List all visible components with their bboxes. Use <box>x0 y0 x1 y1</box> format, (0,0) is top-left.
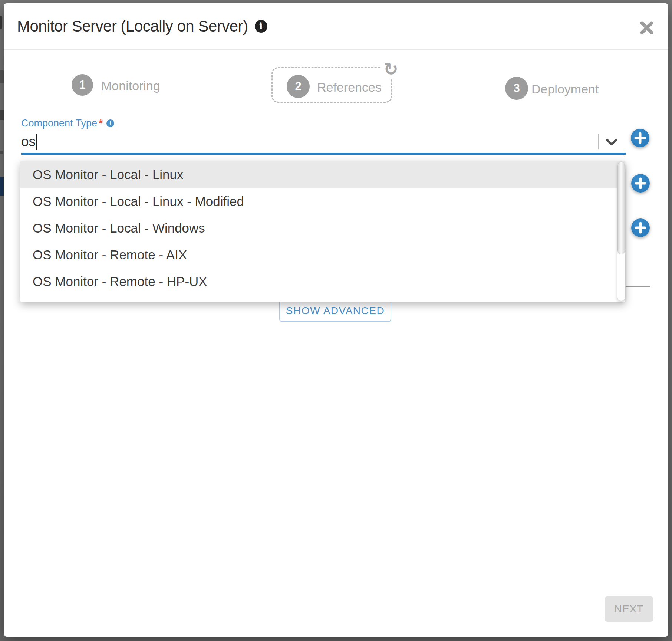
dropdown-toggle[interactable] <box>606 139 617 146</box>
text-caret <box>36 134 37 150</box>
step-3-label: Deployment <box>531 82 599 96</box>
input-underline <box>21 153 626 155</box>
component-type-value: os <box>21 134 36 149</box>
suggestion-item[interactable]: OS Monitor - Local - Windows <box>20 215 625 241</box>
hidden-field-underline-fragment <box>626 286 650 287</box>
component-type-label: Component Type <box>21 118 97 129</box>
step-2-label: References <box>317 80 382 95</box>
close-button[interactable] <box>639 20 655 36</box>
refresh-icon[interactable]: ↻ <box>381 60 401 79</box>
suggestion-item[interactable]: OS Monitor - Local - Linux <box>20 161 625 188</box>
component-type-input[interactable]: os <box>21 132 37 151</box>
suggestion-item[interactable]: OS Monitor - Local - Linux - Modified <box>20 188 625 215</box>
suggestion-item[interactable]: OS Monitor - Remote - HP-UX <box>20 268 625 295</box>
title-info-icon[interactable]: i <box>255 20 267 33</box>
step-1-label[interactable]: Monitoring <box>101 79 160 93</box>
chevron-down-icon <box>606 139 617 146</box>
field-info-icon[interactable]: i <box>106 119 114 127</box>
dialog-header: Monitor Server (Locally on Server) i <box>4 3 668 50</box>
plus-icon <box>631 129 649 147</box>
component-type-suggestions: OS Monitor - Local - Linux OS Monitor - … <box>20 161 625 302</box>
close-icon <box>639 20 655 36</box>
step-1-circle: 1 <box>72 74 93 96</box>
suggestion-item[interactable]: OS Monitor - Remote - AIX <box>20 241 625 268</box>
add-component-type-button[interactable] <box>631 129 649 147</box>
next-button[interactable]: NEXT <box>605 596 653 622</box>
step-2-circle: 2 <box>287 75 310 98</box>
plus-icon <box>631 218 650 237</box>
screen: { "modal": { "title": "Monitor Server (L… <box>0 0 672 641</box>
backdrop-fragment <box>0 151 3 154</box>
monitor-server-dialog: Monitor Server (Locally on Server) i 1 M… <box>4 3 668 637</box>
required-marker: * <box>99 117 103 129</box>
dropdown-scrollbar-thumb[interactable] <box>617 162 625 254</box>
add-row-3-button[interactable] <box>631 218 650 237</box>
backdrop-fragment <box>0 16 2 29</box>
add-row-2-button[interactable] <box>631 174 650 193</box>
dialog-title: Monitor Server (Locally on Server) <box>17 17 248 35</box>
input-separator <box>598 134 599 149</box>
step-3-circle: 3 <box>505 77 528 100</box>
dropdown-scrollbar-track[interactable] <box>617 161 625 301</box>
component-type-label-row: Component Type * i <box>21 117 114 129</box>
plus-icon <box>631 174 650 193</box>
